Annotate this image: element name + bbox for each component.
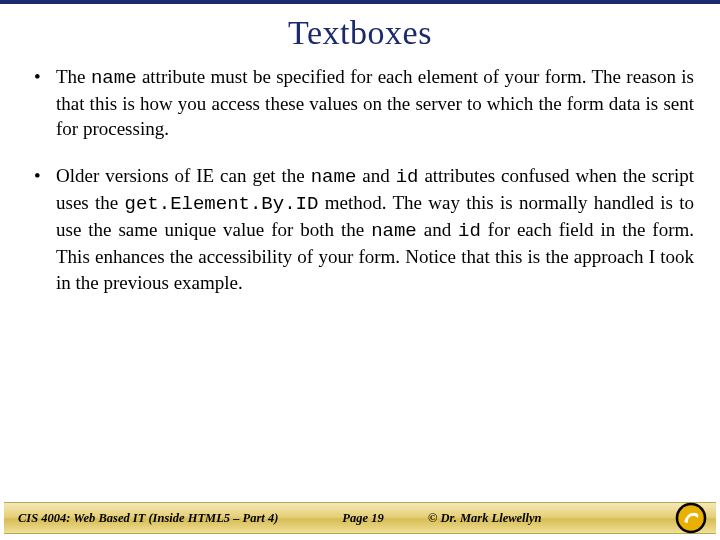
text-run: and (356, 165, 395, 186)
slide: Textboxes The name attribute must be spe… (0, 0, 720, 540)
bullet-item: The name attribute must be specified for… (32, 64, 694, 143)
text-run: Older versions of IE can get the (56, 165, 311, 186)
content-area: The name attribute must be specified for… (0, 64, 720, 295)
footer-course: CIS 4004: Web Based IT (Inside HTML5 – P… (8, 509, 308, 528)
code-run: name (311, 166, 357, 188)
code-run: id (396, 166, 419, 188)
footer-bar: CIS 4004: Web Based IT (Inside HTML5 – P… (4, 502, 716, 534)
code-run: name (91, 67, 137, 89)
text-run: The (56, 66, 91, 87)
footer-page: Page 19 (308, 509, 418, 528)
code-run: name (371, 220, 417, 242)
svg-point-1 (678, 505, 704, 531)
text-run: and (417, 219, 458, 240)
page-title: Textboxes (0, 4, 720, 64)
footer-inner: CIS 4004: Web Based IT (Inside HTML5 – P… (4, 501, 716, 535)
footer-author: © Dr. Mark Llewellyn (418, 509, 588, 528)
ucf-pegasus-logo-icon (674, 501, 708, 535)
code-run: id (458, 220, 481, 242)
code-run: get.Element.By.ID (125, 193, 319, 215)
bullet-list: The name attribute must be specified for… (32, 64, 694, 295)
bullet-item: Older versions of IE can get the name an… (32, 163, 694, 294)
text-run: attribute must be specified for each ele… (56, 66, 694, 139)
